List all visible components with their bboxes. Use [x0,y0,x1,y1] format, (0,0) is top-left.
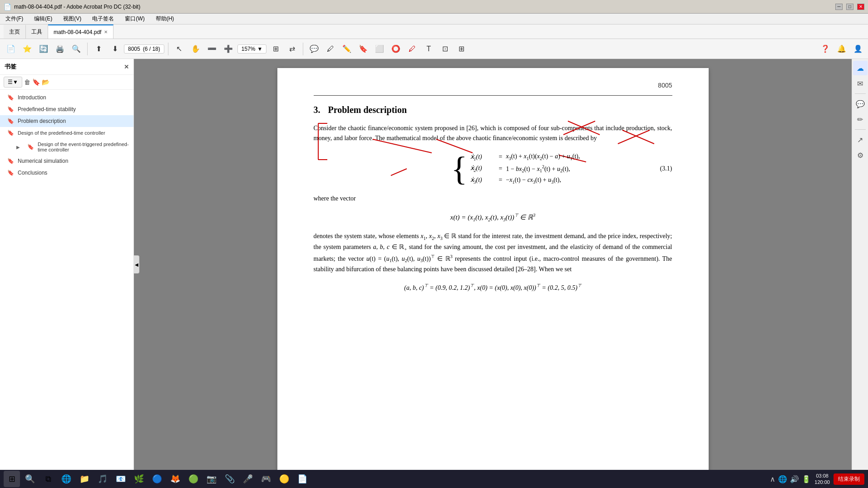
cursor-tool[interactable]: ↖ [172,42,187,56]
svg-line-10 [391,169,407,176]
zoom-out-button[interactable]: ➖ [205,42,219,56]
app8-button[interactable]: 📎 [222,471,238,487]
zoom-level: 157% [242,46,256,52]
eq-rhs-1: x3(t) + x1(t)(x2(t) − a) + u1(t), [506,153,580,161]
eq-lhs-1: ẋ1(t) [470,153,495,161]
app7-button[interactable]: 📷 [203,471,220,487]
comment-button[interactable]: 💬 [307,42,321,56]
bookmark-introduction[interactable]: 🔖 Introduction [0,92,133,103]
tab-document[interactable]: math-08-04-404.pdf ✕ [48,24,113,39]
tray-sound-icon[interactable]: 🔊 [790,475,799,483]
tab-home-label: 主页 [9,28,20,36]
tray-network-icon[interactable]: 🌐 [778,475,787,483]
menu-sign[interactable]: 电子签名 [90,14,116,24]
bookmarks-panel: 书签 ✕ ☰▼ 🗑 🔖 📂 🔖 Introduction 🔖 Predefine… [0,59,134,470]
menu-edit[interactable]: 编辑(E) [32,14,54,24]
app3-button[interactable]: 🌿 [131,471,147,487]
pdf-viewer[interactable]: 8005 3. Problem description Consider the… [134,59,852,470]
menu-file[interactable]: 文件(F) [4,14,25,24]
section-number: 3. [314,105,321,115]
section-title-text: Problem description [328,105,407,115]
right-icon-mail[interactable]: ✉ [853,76,868,91]
eq-equals-3: = [499,176,503,184]
circle-tool[interactable]: ⭕ [389,42,403,56]
tab-close-icon[interactable]: ✕ [104,29,108,34]
bookmark-conclusions[interactable]: 🔖 Conclusions [0,167,133,179]
search-button[interactable]: 🔍 [69,42,84,56]
bookmark-problem[interactable]: 🔖 Problem description [0,115,133,127]
end-recording-button[interactable]: 结束录制 [833,473,864,485]
panel-collapse-handle[interactable]: ◀ [134,255,139,273]
tray-battery-icon[interactable]: 🔋 [802,475,811,483]
search-taskbar-button[interactable]: 🔍 [22,471,38,487]
acrobat-button[interactable]: 📄 [294,471,311,487]
text-tool[interactable]: T [421,42,436,56]
explorer-button[interactable]: 📁 [76,471,93,487]
help-icon[interactable]: ❓ [819,43,832,55]
fit-page-button[interactable]: ⊞ [268,42,283,56]
app9-button[interactable]: 🎤 [240,471,256,487]
new-file-button[interactable]: 📄 [4,42,18,56]
bookmark-button[interactable]: ⭐ [20,42,35,56]
bookmark-design-event[interactable]: ▶ 🔖 Design of the event-triggered predef… [0,139,133,155]
expand-bookmark-icon[interactable]: 📂 [42,78,49,86]
menu-view[interactable]: 视图(V) [61,14,83,24]
login-icon[interactable]: 👤 [852,43,864,55]
bookmark-design-controller[interactable]: 🔖 Design of the predefined-time controll… [0,127,133,139]
zoom-dropdown[interactable]: 157% ▼ [237,44,267,54]
tab-home[interactable]: 主页 [4,24,26,39]
maximize-button[interactable]: □ [846,4,853,10]
eq-number-3-1: (3.1) [660,165,672,172]
start-button[interactable]: ⊞ [4,471,20,487]
app4-button[interactable]: 🔵 [149,471,165,487]
bookmark-view-toggle[interactable]: ☰▼ [4,77,22,88]
delete-bookmark-icon[interactable]: 🗑 [24,78,30,86]
form-tool[interactable]: ⊞ [454,42,469,56]
bookmark-numerical[interactable]: 🔖 Numerical simulation [0,155,133,167]
edge-button[interactable]: 🌐 [58,471,74,487]
crop-tool[interactable]: ⊡ [438,42,452,56]
tray-up-icon[interactable]: ∧ [770,475,775,483]
pen-tool[interactable]: 🖊 [405,42,419,56]
markup-button[interactable]: ✏️ [340,42,354,56]
print-button[interactable]: 🖨️ [53,42,67,56]
tab-tools[interactable]: 工具 [26,24,48,39]
next-page-button[interactable]: ⬇ [108,42,122,56]
equation-content: { ẋ1(t) = x3(t) + x1(t)(x2(t) − a) + u1(… [451,153,580,185]
stamp-button[interactable]: 🔖 [356,42,370,56]
bookmark-predefined[interactable]: 🔖 Predefined-time stability [0,103,133,115]
app6-button[interactable]: 🟢 [185,471,202,487]
app10-button[interactable]: 🎮 [258,471,274,487]
hand-tool[interactable]: ✋ [188,42,203,56]
rectangle-tool[interactable]: ⬜ [372,42,387,56]
menu-window[interactable]: 窗口(W) [123,14,146,24]
highlight-button[interactable]: 🖊 [323,42,338,56]
bookmark-label-event: Design of the event-triggered predefined… [38,142,129,152]
right-icon-share[interactable]: ↗ [853,132,868,147]
add-bookmark-icon[interactable]: 🔖 [32,78,40,86]
rotate-button[interactable]: ⇄ [285,42,299,56]
zoom-in-button[interactable]: ➕ [221,42,236,56]
notification-icon[interactable]: 🔔 [835,43,848,55]
toolbar-right: ❓ 🔔 👤 [819,43,864,55]
right-icon-cloud[interactable]: ☁ [853,61,868,75]
right-icon-comment[interactable]: 💬 [853,97,868,111]
right-icon-edit[interactable]: ✏ [853,112,868,127]
refresh-button[interactable]: 🔄 [36,42,51,56]
menu-bar: 文件(F) 编辑(E) 视图(V) 电子签名 窗口(W) 帮助(H) [0,14,868,24]
system-clock[interactable]: 03:08 120:00 [814,473,830,486]
app2-button[interactable]: 📧 [113,471,129,487]
app5-button[interactable]: 🦊 [167,471,183,487]
app11-button[interactable]: 🟡 [276,471,292,487]
close-button[interactable]: ✕ [857,4,864,10]
app1-button[interactable]: 🎵 [94,471,111,487]
menu-help[interactable]: 帮助(H) [154,14,176,24]
right-icon-settings[interactable]: ⚙ [853,148,868,162]
para4-text: (a, b, c)⊤ = (0.9, 0.2, 1.2)⊤, x(0) = (x… [314,282,672,293]
taskview-button[interactable]: ⧉ [40,471,56,487]
prev-page-button[interactable]: ⬆ [91,42,106,56]
eq-line-3: ẋ3(t) = −x1(t) − cx3(t) + u3(t), [470,176,580,185]
window-title: math-08-04-404.pdf - Adobe Acrobat Pro D… [14,4,140,10]
minimize-button[interactable]: ─ [835,4,843,10]
panel-close-icon[interactable]: ✕ [124,63,129,70]
